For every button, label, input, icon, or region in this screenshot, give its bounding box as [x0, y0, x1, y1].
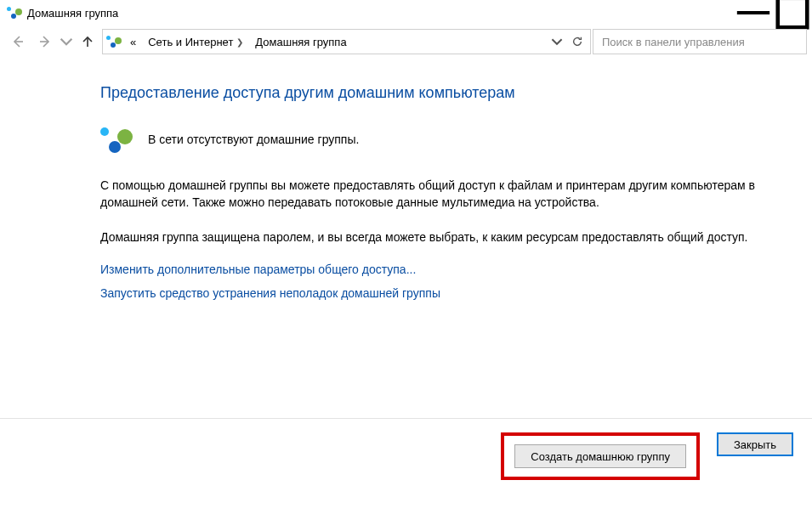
recent-locations-button[interactable]: [60, 29, 73, 54]
create-homegroup-button[interactable]: Создать домашнюю группу: [514, 444, 686, 468]
minimize-button[interactable]: [734, 0, 773, 25]
maximize-icon: [773, 0, 812, 32]
homegroup-icon: [100, 126, 133, 153]
annotation-highlight: Создать домашнюю группу: [501, 432, 700, 480]
breadcrumb-network[interactable]: Сеть и Интернет ❯: [145, 30, 247, 54]
description-paragraph-1: С помощью домашней группы вы можете пред…: [100, 177, 795, 212]
chevron-down-icon[interactable]: [551, 36, 563, 48]
homegroup-icon: [7, 7, 22, 19]
search-input[interactable]: [600, 35, 799, 49]
advanced-sharing-link[interactable]: Изменить дополнительные параметры общего…: [100, 263, 795, 276]
chevron-right-icon: ❯: [236, 37, 243, 47]
address-bar[interactable]: « Сеть и Интернет ❯ Домашняя группа: [102, 29, 591, 54]
refresh-icon[interactable]: [571, 36, 583, 48]
maximize-button[interactable]: [773, 0, 812, 25]
close-button[interactable]: Закрыть: [717, 432, 793, 456]
troubleshoot-link[interactable]: Запустить средство устранения неполадок …: [100, 286, 795, 300]
footer: Создать домашнюю группу Закрыть: [0, 418, 812, 480]
breadcrumb-homegroup[interactable]: Домашняя группа: [252, 30, 349, 54]
breadcrumb-prefix: «: [127, 30, 139, 54]
search-box[interactable]: [593, 29, 807, 54]
status-text: В сети отсутствуют домашние группы.: [148, 133, 359, 146]
breadcrumb-label: Сеть и Интернет: [148, 36, 233, 48]
forward-button[interactable]: [32, 29, 58, 54]
arrow-up-icon: [81, 35, 94, 48]
homegroup-icon: [106, 36, 122, 48]
page-heading: Предоставление доступа другим домашним к…: [100, 84, 795, 102]
description-paragraph-2: Домашняя группа защищена паролем, и вы в…: [100, 229, 795, 246]
chevron-down-icon: [60, 35, 73, 48]
breadcrumb-label: Домашняя группа: [255, 36, 346, 48]
content-area: Предоставление доступа другим домашним к…: [0, 60, 812, 300]
status-row: В сети отсутствуют домашние группы.: [100, 126, 795, 153]
up-button[interactable]: [75, 29, 100, 54]
nav-row: « Сеть и Интернет ❯ Домашняя группа: [0, 25, 812, 60]
back-button[interactable]: [5, 29, 31, 54]
arrow-right-icon: [38, 35, 52, 48]
titlebar: Домашняя группа: [0, 0, 812, 25]
minimize-icon: [734, 0, 773, 32]
window-title: Домашняя группа: [27, 7, 118, 20]
arrow-left-icon: [11, 35, 25, 48]
svg-rect-1: [778, 0, 808, 27]
